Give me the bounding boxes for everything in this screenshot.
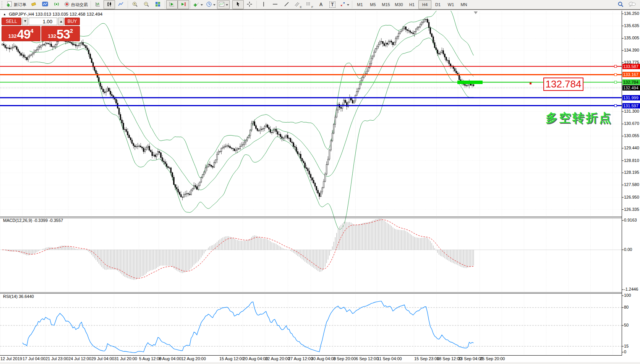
chinese-annotation[interactable]: 多空转折点 [546, 110, 612, 126]
timeframe-button-m1[interactable]: M1 [353, 0, 366, 9]
volume-up-button[interactable] [58, 18, 64, 25]
collapse-arrow-icon[interactable]: ▲ [3, 13, 6, 16]
line-handle[interactable] [614, 105, 617, 107]
time-axis-label: 8 Aug 04:00 [159, 356, 181, 361]
signals-button[interactable] [51, 0, 62, 9]
buy-price-box[interactable]: 132 53 2 [41, 26, 80, 41]
timeframe-button-h1[interactable]: H1 [405, 0, 418, 9]
horizontal-line-icon [272, 1, 278, 8]
time-axis-label: 22 Aug 20:00 [265, 356, 290, 361]
timeframe-group: M1M5M15M30H1H4D1W1MN [353, 0, 470, 9]
new-order-icon [6, 1, 13, 8]
bar-chart-button[interactable] [92, 0, 104, 9]
axis-tick-label: 100 [624, 293, 631, 298]
timeframe-button-mn[interactable]: MN [457, 0, 470, 9]
buy-button[interactable]: BUY [65, 18, 80, 25]
time-axis-label: 3 Sep 20:00 [333, 356, 356, 361]
axis-tick-label: -1.2446 [624, 287, 638, 291]
toolbar-separator [352, 1, 352, 8]
sell-price-box[interactable]: 132 49 4 [2, 26, 41, 41]
arrows-button[interactable] [338, 0, 351, 9]
line-handle[interactable] [614, 73, 617, 76]
rsi-line [23, 301, 474, 353]
box-handle[interactable] [530, 83, 531, 84]
highlight-bar[interactable] [457, 81, 483, 84]
axis-tick-label: 126.335 [624, 207, 639, 212]
tile-windows-button[interactable] [152, 0, 164, 9]
price-line-label-132.784: 132.784 [622, 79, 640, 85]
timeframe-button-m30[interactable]: M30 [392, 0, 405, 9]
pane-borders [0, 11, 624, 356]
chart-shift-marker-icon[interactable] [474, 11, 478, 16]
zoom-out-icon [143, 1, 149, 8]
clock-icon [206, 1, 212, 8]
line-chart-icon [118, 1, 124, 8]
new-order-button[interactable]: 新订单 [5, 0, 28, 9]
toolbar-grip [2, 1, 3, 8]
dropdown-caret [347, 4, 349, 7]
toolbar-separator [128, 1, 128, 8]
chart-canvas[interactable] [0, 11, 640, 364]
text-button[interactable]: A [315, 0, 327, 9]
channel-button[interactable]: E [292, 0, 304, 9]
macd-histogram [2, 218, 473, 280]
time-axis-label: 6 Sep 12:00 [356, 356, 378, 361]
time-axis-label: 24 Jul 12:00 [68, 356, 91, 361]
autotrading-button[interactable]: 自动交易 [62, 0, 89, 9]
macd-label: MACD(12,26,9) -0.3399 -0.3557 [3, 218, 63, 223]
trendline-button[interactable] [281, 0, 292, 9]
market-watch-button[interactable] [39, 0, 51, 9]
volume-down-button[interactable] [22, 18, 28, 25]
cursor-icon [235, 1, 241, 8]
text-tool-icon: A [319, 2, 323, 7]
line-chart-button[interactable] [115, 0, 126, 9]
periods-button[interactable] [204, 0, 217, 9]
line-handle[interactable] [614, 81, 617, 83]
line-handle[interactable] [614, 65, 617, 68]
time-axis-label: 5 Aug 12:00 [139, 356, 162, 361]
price-callout-box[interactable]: 132.784 [543, 78, 583, 91]
channel-glyph: E [300, 5, 302, 9]
timeframe-button-w1[interactable]: W1 [444, 0, 457, 9]
time-axis-label: 23 Sep 04:00 [458, 356, 483, 361]
terminal-window: 新订单 自动交易 [0, 0, 640, 364]
autotrading-label: 自动交易 [71, 2, 88, 8]
volume-input[interactable]: 1.00 [29, 18, 57, 25]
cursor-button[interactable] [232, 0, 244, 9]
templates-button[interactable] [217, 0, 230, 9]
chat-button[interactable] [626, 0, 638, 9]
one-click-trade-panel: SELL 1.00 BUY 132 49 4 132 53 2 [2, 18, 80, 41]
search-button[interactable] [615, 0, 626, 9]
fibonacci-button[interactable]: F [304, 0, 315, 9]
timeframe-button-m5[interactable]: M5 [366, 0, 379, 9]
arrows-icon [340, 1, 346, 8]
zoom-in-button[interactable] [129, 0, 141, 9]
eraser-button[interactable] [28, 0, 39, 9]
time-axis-label: 25 Sep 20:00 [480, 356, 505, 361]
add-indicator-button[interactable] [192, 0, 204, 9]
chart-shift-button[interactable] [178, 0, 189, 9]
sell-price-sup: 4 [30, 28, 33, 34]
crosshair-button[interactable] [244, 0, 255, 9]
price-line-label-133.167: 133.167 [622, 72, 640, 77]
horizontal-line-button[interactable] [269, 0, 281, 9]
timeframe-button-d1[interactable]: D1 [431, 0, 444, 9]
vertical-line-button[interactable] [258, 0, 269, 9]
axis-tick-label: 50 [624, 323, 629, 327]
text-label-button[interactable]: T [327, 0, 338, 9]
autoscroll-button[interactable] [166, 0, 178, 9]
zoom-out-button[interactable] [141, 0, 152, 9]
timeframe-button-h4[interactable]: H4 [418, 0, 431, 9]
timeframe-button-m15[interactable]: M15 [379, 0, 392, 9]
search-icon [617, 1, 624, 8]
time-axis-label: 15 Aug 12:00 [219, 356, 244, 361]
eraser-icon [31, 1, 37, 8]
toolbar-separator [256, 1, 257, 8]
candlestick-chart-button[interactable] [104, 0, 115, 9]
buy-price-small: 132 [48, 33, 56, 39]
axis-tick-label: 135.635 [624, 23, 639, 28]
signal-icon [53, 1, 60, 8]
fibonacci-icon [306, 1, 311, 8]
sell-button[interactable]: SELL [2, 18, 21, 25]
zoom-in-icon [132, 1, 138, 8]
